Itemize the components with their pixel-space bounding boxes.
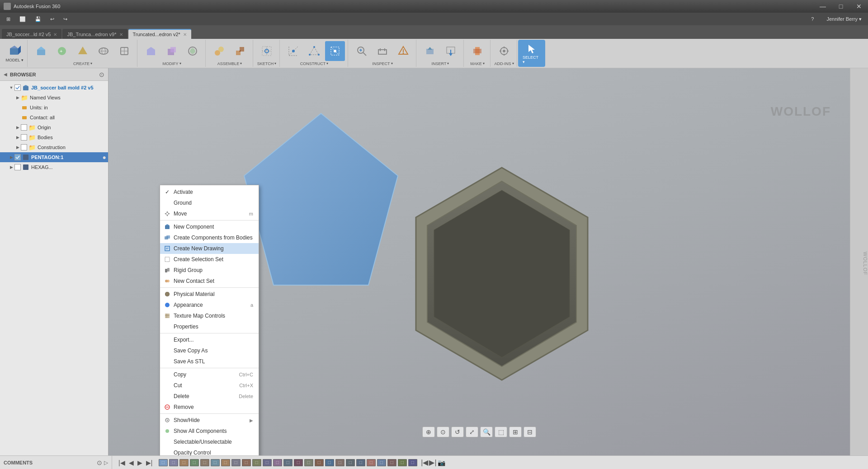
timeline-end-marker[interactable]: |◀ xyxy=(421,458,428,467)
construct-btn-1[interactable] xyxy=(283,41,303,61)
sketch-btn-1[interactable] xyxy=(257,41,277,61)
ctx-appearance[interactable]: Appearance a xyxy=(160,300,259,310)
timeline-icon-17[interactable]: ⬚ xyxy=(325,459,334,466)
tree-root[interactable]: ▼ JB_soccer ball mold #2 v5 xyxy=(0,83,108,93)
model-button[interactable]: MODEL ▾ xyxy=(5,43,24,63)
timeline-prev-prev[interactable]: |◀ xyxy=(118,458,126,467)
ctx-properties[interactable]: Properties xyxy=(160,321,259,332)
ctx-delete[interactable]: Delete Delete xyxy=(160,391,259,402)
undo-button[interactable]: ↩ xyxy=(46,14,59,24)
browser-settings-icon[interactable]: ⊙ xyxy=(99,71,104,78)
timeline-icon-11[interactable]: ⬚ xyxy=(263,459,272,466)
grid-menu-button[interactable]: ⊞ xyxy=(2,14,15,24)
timeline-icon-8[interactable]: ⬚ xyxy=(231,459,241,466)
window-controls[interactable]: — □ ✕ xyxy=(814,0,868,13)
minimize-button[interactable]: — xyxy=(814,0,832,13)
close-button[interactable]: ✕ xyxy=(850,0,868,13)
tree-pentagon[interactable]: ▶ PENTAGON:1 ● xyxy=(0,152,108,162)
timeline-icon-4[interactable]: ⬚ xyxy=(190,459,199,466)
ctx-selection-set[interactable]: Create Selection Set xyxy=(160,254,259,265)
ctx-export[interactable]: Export... xyxy=(160,334,259,345)
timeline-icon-2[interactable]: ⬚ xyxy=(169,459,178,466)
timeline-icon-24[interactable]: ⬚ xyxy=(398,459,407,466)
file-button[interactable]: ⬜ xyxy=(15,14,30,24)
ctx-move[interactable]: Move m xyxy=(160,208,259,219)
tree-hexagon[interactable]: ▶ HEXAG... xyxy=(0,162,108,172)
ctx-show-all[interactable]: Show All Components xyxy=(160,426,259,436)
construction-checkbox[interactable] xyxy=(21,144,27,150)
tab-3[interactable]: Truncated...edron v2* ✕ xyxy=(128,29,191,39)
inspect-btn-1[interactable] xyxy=(352,41,372,61)
insert-btn-2[interactable] xyxy=(441,41,461,61)
tree-units[interactable]: Units: in xyxy=(0,103,108,113)
timeline-icon-20[interactable]: ⬚ xyxy=(356,459,365,466)
display-mode-1[interactable]: ⬚ xyxy=(495,427,507,437)
tree-contact[interactable]: Contact: all xyxy=(0,113,108,122)
hexagon-checkbox[interactable] xyxy=(14,164,21,170)
browser-collapse-arrow[interactable]: ◀ xyxy=(4,72,7,77)
ctx-ground[interactable]: Ground xyxy=(160,197,259,208)
construct-btn-2[interactable] xyxy=(304,41,324,61)
timeline-icon-9[interactable]: ⬚ xyxy=(242,459,251,466)
assemble-btn-2[interactable] xyxy=(230,41,250,61)
select-btn-1[interactable]: SELECT ▾ xyxy=(522,43,542,63)
origin-checkbox[interactable] xyxy=(21,124,27,131)
modify-btn-3[interactable] xyxy=(183,41,203,61)
modify-btn-1[interactable] xyxy=(141,41,161,61)
tree-named-views[interactable]: ▶ 📁 Named Views xyxy=(0,93,108,103)
timeline-icon-10[interactable]: ⬚ xyxy=(252,459,261,466)
help-button[interactable]: ? xyxy=(807,14,818,23)
tab-1[interactable]: JB_soccer...ld #2 v5 ✕ xyxy=(2,29,61,39)
zoom-out-button[interactable]: 🔍 xyxy=(480,427,493,437)
ctx-save-copy-as[interactable]: Save Copy As xyxy=(160,345,259,356)
insert-btn-1[interactable] xyxy=(420,41,440,61)
redo-button[interactable]: ↪ xyxy=(59,14,72,24)
pan-button[interactable]: ⊙ xyxy=(437,427,449,437)
display-mode-3[interactable]: ⊟ xyxy=(524,427,536,437)
tab-2[interactable]: JB_Trunca...edron v9* ✕ xyxy=(62,29,127,39)
ctx-create-drawing[interactable]: Create New Drawing xyxy=(160,243,259,254)
timeline-start-marker[interactable]: ▶| xyxy=(429,458,436,467)
inspect-btn-2[interactable] xyxy=(373,41,392,61)
timeline-icon-19[interactable]: ⬚ xyxy=(346,459,355,466)
tab-1-close[interactable]: ✕ xyxy=(53,32,57,37)
timeline-icon-22[interactable]: ⬚ xyxy=(377,459,386,466)
ctx-create-components[interactable]: Create Components from Bodies xyxy=(160,232,259,243)
ctx-rigid-group[interactable]: Rigid Group xyxy=(160,265,259,276)
timeline-icon-5[interactable]: ⬚ xyxy=(200,459,209,466)
zoom-fit-button[interactable]: ⤢ xyxy=(466,427,478,437)
comments-settings-icon[interactable]: ⊙ xyxy=(97,459,102,466)
timeline-icon-3[interactable]: ⬚ xyxy=(179,459,189,466)
make-btn-1[interactable] xyxy=(467,41,487,61)
timeline-icon-6[interactable]: ⬚ xyxy=(211,459,220,466)
timeline-camera-icon[interactable]: 📷 xyxy=(438,459,445,466)
timeline-icon-18[interactable]: ⬚ xyxy=(335,459,344,466)
create-btn-1[interactable] xyxy=(31,41,51,61)
timeline-icon-23[interactable]: ⬚ xyxy=(387,459,396,466)
save-button[interactable]: 💾 xyxy=(30,14,46,24)
ctx-show-hide[interactable]: Show/Hide ▶ xyxy=(160,415,259,426)
bodies-checkbox[interactable] xyxy=(21,134,27,141)
pentagon-checkbox[interactable] xyxy=(14,154,21,160)
comments-expand-icon[interactable]: ▷ xyxy=(104,460,108,466)
ctx-save-stl[interactable]: Save As STL xyxy=(160,356,259,367)
tab-3-close[interactable]: ✕ xyxy=(183,32,187,37)
timeline-play[interactable]: ▶ xyxy=(137,458,143,467)
ctx-remove[interactable]: Remove xyxy=(160,402,259,413)
timeline-icon-21[interactable]: ⬚ xyxy=(367,459,376,466)
timeline-icon-7[interactable]: ⬚ xyxy=(221,459,230,466)
ctx-selectable[interactable]: Selectable/Unselectable xyxy=(160,436,259,447)
ctx-contact-set[interactable]: New Contact Set xyxy=(160,276,259,286)
pentagon-visibility-icon[interactable]: ● xyxy=(103,154,106,161)
create-btn-5[interactable] xyxy=(114,41,134,61)
create-btn-2[interactable]: + xyxy=(52,41,72,61)
timeline-next[interactable]: ▶| xyxy=(145,458,154,467)
inspect-btn-3[interactable] xyxy=(393,41,413,61)
viewport[interactable]: WOLLOF ⊕ ⊙ ↺ ⤢ 🔍 ⬚ ⊞ ⊟ ✓ Activate xyxy=(108,68,850,455)
timeline-icon-12[interactable]: ⬚ xyxy=(273,459,282,466)
ctx-physical-material[interactable]: Physical Material xyxy=(160,289,259,300)
rotate-button[interactable]: ↺ xyxy=(451,427,464,437)
assemble-btn-1[interactable] xyxy=(209,41,229,61)
tree-construction[interactable]: ▶ 📁 Construction xyxy=(0,142,108,152)
timeline-icon-15[interactable]: ⬚ xyxy=(304,459,313,466)
